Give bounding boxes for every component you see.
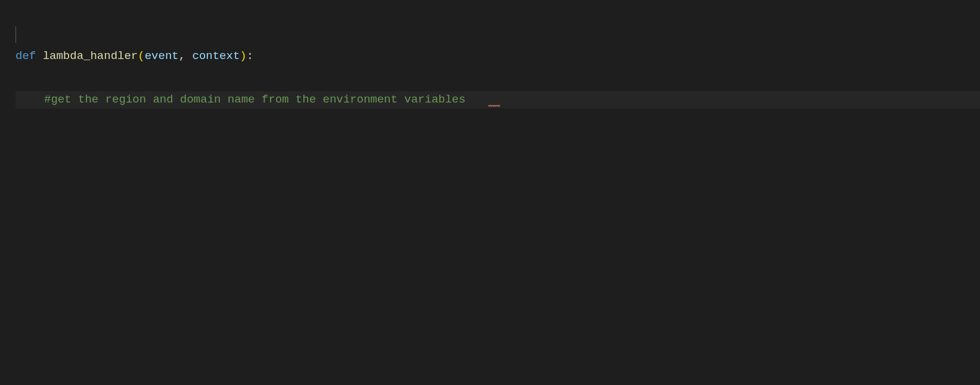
error-squiggle [488,105,500,107]
paren-close: ) [240,49,246,63]
comment-text: #get the region and domain name from the… [44,93,466,106]
param-event: event [145,49,179,63]
space [185,49,192,63]
colon: : [247,49,253,63]
function-name: lambda_handler [43,49,138,63]
code-line-2[interactable]: #get the region and domain name from the… [15,91,980,108]
comma: , [179,49,185,63]
code-line-1[interactable]: def lambda_handler(event, context): [15,48,980,65]
code-editor[interactable]: def lambda_handler(event, context): #get… [0,0,980,122]
keyword-def: def [15,49,36,63]
indent-guide [15,26,16,43]
space [36,49,42,63]
param-context: context [193,49,240,63]
paren-open: ( [138,49,144,63]
